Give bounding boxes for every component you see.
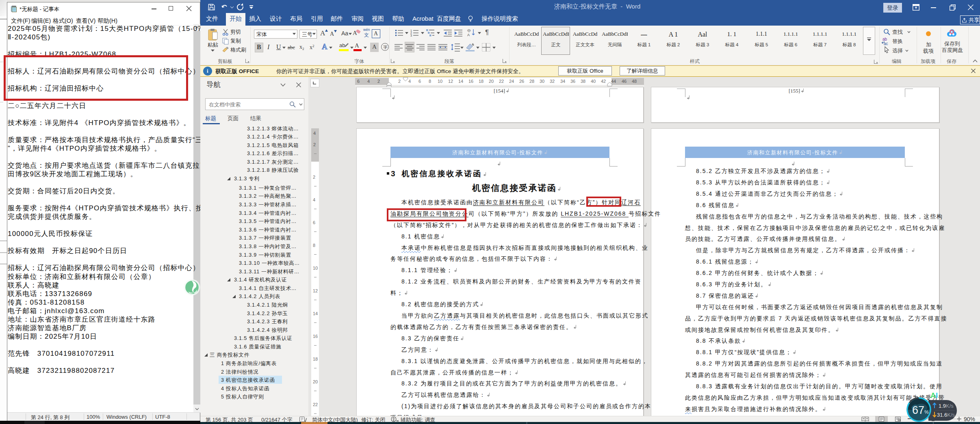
- svg-text:3: 3: [410, 34, 412, 37]
- svg-text:A: A: [467, 33, 470, 37]
- svg-text:中: 中: [467, 29, 471, 33]
